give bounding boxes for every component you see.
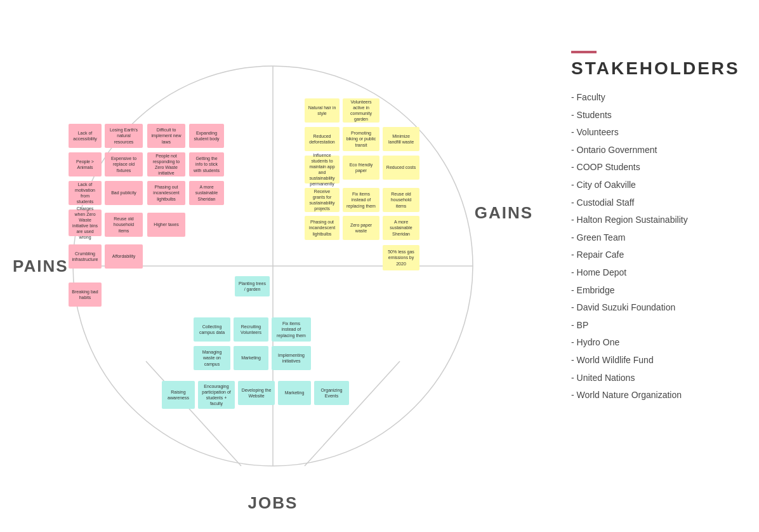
pain-note-11: A more sustainable Sheridan [189,181,224,205]
pain-note-4: People > Animals [69,152,102,176]
pain-note-17: Breaking bad habits [69,283,102,307]
pain-note-10: Phasing out incandescent lightbulbs [147,181,185,205]
gain-note-12: Zero paper waste [343,216,380,240]
gain-note-7: Reduced costs [383,156,419,180]
job-note-9: Developing the Website [238,381,275,405]
gain-note-14: 50% less gas emissions by 2020 [383,245,419,270]
svg-line-4 [146,361,241,466]
stakeholder-item-4: - COOP Students [571,161,740,174]
gain-note-1: Volunteers active in community garden [343,98,380,123]
pain-note-1: Losing Earth's natural resources [105,124,143,148]
stakeholder-item-2: - Volunteers [571,126,740,139]
stakeholder-item-8: - Green Team [571,232,740,244]
pains-label: PAINS [13,256,69,276]
job-note-3: Fix items instead of replacing them [272,317,311,342]
pain-note-13: Reuse old household items [105,213,143,237]
pain-note-12: Charges when Zero Waste initiative bins … [69,209,102,236]
stakeholders-header: STAKEHOLDERS [571,51,740,79]
stakeholder-item-14: - Hydro One [571,336,740,349]
stakeholders-line [571,51,597,53]
stakeholders-title: STAKEHOLDERS [571,58,740,79]
main-container: PAINS GAINS JOBS Lack of accessibility L… [0,0,759,532]
gain-note-8: Receive grants for sustainability projec… [305,188,340,212]
diagram-area: PAINS GAINS JOBS Lack of accessibility L… [0,0,546,532]
gain-note-13: A more sustainable Sheridan [383,216,419,240]
jobs-label: JOBS [248,493,298,513]
stakeholder-item-0: - Faculty [571,91,740,104]
gain-note-11: Phasing out incandescent lightbulbs [305,216,340,240]
stakeholder-item-17: - World Nature Organization [571,389,740,402]
job-note-4: Managing waste on campus [194,346,230,370]
pain-note-2: Difficult to implement new laws [147,124,185,148]
pain-note-5: Expensive to replace old fixtures [105,152,143,176]
job-note-6: Implementing initiatives [272,346,311,370]
sidebar: STAKEHOLDERS - Faculty- Students- Volunt… [546,0,759,532]
job-note-11: Organizing Events [314,381,349,405]
stakeholder-item-1: - Students [571,109,740,122]
stakeholder-item-16: - United Nations [571,372,740,385]
pain-note-3: Expanding student body [189,124,224,148]
stakeholder-item-7: - Halton Region Sustainability [571,214,740,227]
pain-note-6: People not responding to Zero Waste init… [147,152,185,176]
job-note-7: Raising awareness [162,381,195,409]
gains-label: GAINS [475,203,533,223]
stakeholder-item-13: - BP [571,319,740,332]
job-note-1: Collecting campus data [194,317,230,342]
stakeholder-item-12: - David Suzuki Foundation [571,302,740,314]
stakeholder-list: - Faculty- Students- Volunteers- Ontario… [571,91,740,402]
stakeholder-item-10: - Home Depot [571,267,740,279]
pain-note-15: Crumbling infrastructure [69,244,102,269]
job-note-2: Recruiting Volunteers [234,317,268,342]
pain-note-16: Affordability [105,244,143,269]
pain-note-9: Bad publicity [105,181,143,205]
pain-note-0: Lack of accessibility [69,124,102,148]
stakeholder-item-5: - City of Oakville [571,179,740,192]
gain-note-9: Fix items instead of replacing them [343,188,380,212]
gain-note-3: Promoting biking or public transit [343,127,380,151]
svg-line-5 [305,361,400,466]
gain-note-6: Eco friendly paper [343,156,380,180]
stakeholder-item-3: - Ontario Government [571,144,740,157]
pain-note-14: Higher taxes [147,213,185,237]
gain-note-5: Influence students to maintain app and s… [305,156,340,183]
stakeholder-item-6: - Custodial Staff [571,197,740,209]
pain-note-8: Lack of motivation from students [69,181,102,205]
job-note-5: Marketing [234,346,268,370]
gain-note-2: Reduced deforestation [305,127,340,151]
stakeholder-item-9: - Repair Cafe [571,249,740,262]
job-note-0: Planting trees / garden [235,276,270,296]
gain-note-0: Natural hair in style [305,98,340,123]
stakeholder-item-15: - World Wildlife Fund [571,354,740,367]
pain-note-7: Getting the info to stick with students [189,152,224,176]
job-note-8: Encouraging participation of students + … [198,381,235,409]
job-note-10: Marketing [278,381,311,405]
gain-note-4: Minimize landfill waste [383,127,419,151]
stakeholder-item-11: - Embridge [571,284,740,297]
gain-note-10: Reuse old household items [383,188,419,212]
